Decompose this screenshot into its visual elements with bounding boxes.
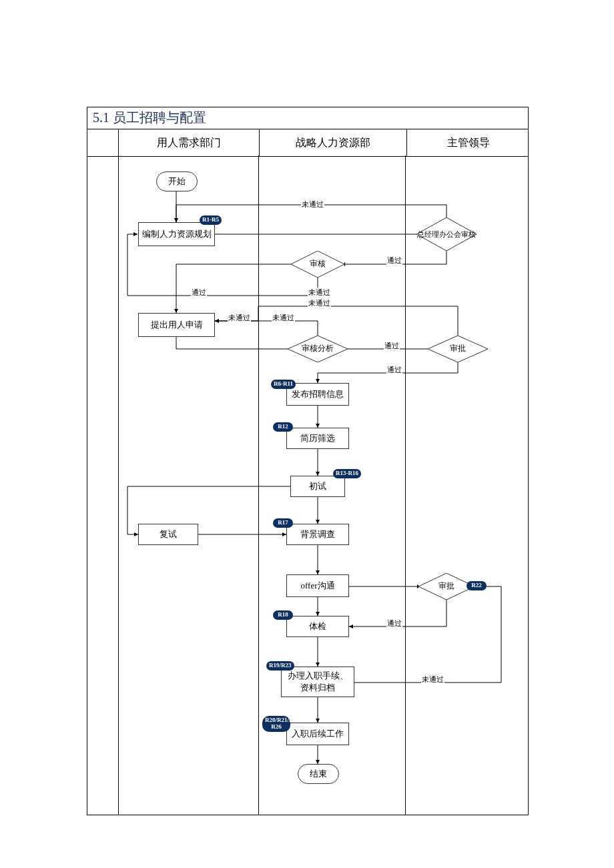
node-hr-plan: 编制人力资源规划 [138, 222, 215, 246]
node-bg: 背景调查 [286, 524, 349, 545]
badge-r17: R17 [273, 518, 293, 528]
node-screen: 简历筛选 [286, 428, 349, 449]
edge-label-fail: 未通过 [301, 199, 324, 209]
decision-analysis: 审核分析 [288, 336, 348, 362]
edge-label-fail: 未通过 [308, 288, 331, 298]
edge-label-fail: 未通过 [228, 313, 251, 323]
badge-r19-r23: R19/R23 [266, 661, 294, 671]
diagram-frame: 5.1 员工招聘与配置 用人需求部门 战略人力资源部 主管领导 [87, 107, 529, 815]
edge-label-pass: 通过 [191, 288, 207, 298]
edge-label-pass: 通过 [384, 341, 400, 351]
decision-audit: 审核 [291, 251, 344, 278]
node-health: 体检 [286, 616, 349, 637]
edge-label-pass: 通过 [386, 365, 402, 375]
badge-r20-r26: R20/R21/R24-R26 [262, 716, 290, 732]
node-initial: 初试 [290, 476, 345, 497]
edge-label-pass: 通过 [386, 618, 402, 628]
decision-approve-1: 审批 [428, 336, 488, 362]
node-offer: offer沟通 [286, 574, 349, 597]
badge-r18: R18 [273, 610, 293, 620]
end-node: 结束 [298, 764, 339, 784]
node-followup: 入职后续工作 [286, 723, 349, 745]
edge-label-fail: 未通过 [308, 298, 331, 308]
edge-label-fail: 未通过 [272, 313, 295, 323]
badge-r22: R22 [467, 581, 487, 590]
decision-gm-office: 总经理办公会审核 [416, 218, 477, 251]
badge-r12: R12 [273, 422, 293, 432]
badge-r6-r11: R6-R11 [271, 380, 296, 389]
node-onboard: 办理入职手续、资料归档 [281, 667, 354, 697]
badge-r13-r16: R13-R16 [333, 469, 361, 478]
node-post: 发布招聘信息 [286, 383, 349, 406]
node-reexam: 复试 [138, 524, 198, 545]
edge-label-pass: 通过 [386, 256, 402, 266]
node-request: 提出用人申请 [138, 313, 215, 337]
edge-label-fail: 未通过 [421, 675, 444, 685]
edges [87, 107, 528, 815]
start-node: 开始 [156, 171, 198, 191]
badge-r1-r5: R1-R5 [200, 215, 222, 225]
